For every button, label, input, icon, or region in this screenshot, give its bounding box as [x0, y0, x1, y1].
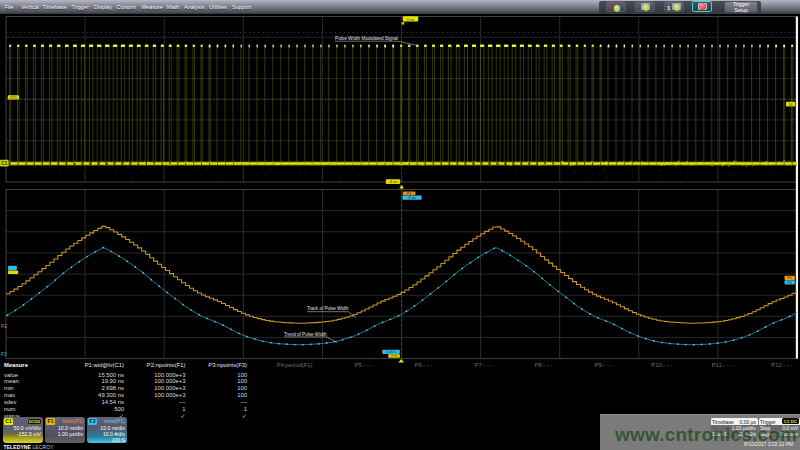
svg-text:0 ns: 0 ns [407, 17, 415, 22]
svg-text:F3: F3 [1, 351, 7, 357]
svg-text:0 ns: 0 ns [391, 354, 398, 358]
svg-text:-4 ns: -4 ns [389, 180, 398, 184]
svg-text:F1: F1 [407, 192, 411, 196]
svg-text:Pulse Width Modulated Signal: Pulse Width Modulated Signal [335, 34, 398, 41]
svg-text:F1: F1 [788, 276, 792, 280]
svg-text:Track of Pulse Width: Track of Pulse Width [307, 304, 349, 311]
svg-text:F3: F3 [788, 281, 792, 285]
svg-text:-8 div: -8 div [408, 196, 417, 200]
svg-text:C1: C1 [1, 161, 7, 166]
svg-text:52%: 52% [10, 96, 18, 100]
svg-text:Trend of Pulse Width: Trend of Pulse Width [284, 330, 327, 337]
svg-text:54: 54 [788, 103, 792, 107]
svg-text:F1: F1 [1, 323, 7, 329]
